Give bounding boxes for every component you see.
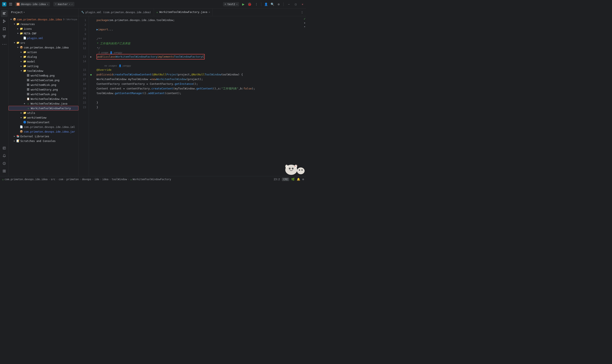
hamburger-menu-button[interactable] [9, 2, 13, 6]
label-jar: com.primeton.devops.ide.idea.jar [24, 130, 75, 133]
import-fold-icon[interactable]: ▶ [96, 27, 98, 32]
run-panel-toggle[interactable] [1, 145, 8, 152]
debug-button[interactable]: 🐞 [247, 2, 252, 6]
gutter-12 [89, 46, 93, 51]
minimize-button[interactable]: — [287, 3, 290, 6]
tree-item-icons[interactable]: ▶ 📁 icons [9, 26, 79, 31]
code-line-22: } [96, 100, 303, 105]
tree-item-jar[interactable]: 📦 com.primeton.devops.ide.idea.jar [9, 129, 79, 134]
tree-item-workitemrisk[interactable]: 🖼 workItemRisk.png [9, 82, 79, 87]
tree-item-factory[interactable]: ☕ WorkitemToolWindowFactory [9, 106, 79, 110]
tree-item-dialog[interactable]: ▶ 📁 dialog [9, 54, 79, 59]
tree-item-scratches[interactable]: ▶ 📝 Scratches and Consoles [9, 139, 79, 143]
settings-button[interactable]: ⚙ [277, 2, 280, 6]
tree-item-root[interactable]: ▼ 📦 com.primeton.devops.ide.idea D:\Work… [9, 17, 79, 22]
notification-status[interactable]: 🔔 [297, 178, 300, 181]
tree-item-workitemwindow[interactable]: ▶ ☕ WorkitemToolWindow.java [9, 101, 79, 106]
git-branch-status[interactable]: 🌿 [291, 178, 295, 181]
tab-bar: 🔧 plugin.xml (com.primeton.devops.ide.id… [79, 9, 306, 16]
arrow-resources: ▼ [13, 23, 16, 25]
token-11-1: * 工作项列表用户工具界面 [96, 41, 130, 46]
tree-item-metainf[interactable]: ▼ 📁 META-INF [9, 31, 79, 36]
maximize-button[interactable]: □ [294, 3, 297, 6]
token-1-1: package [96, 18, 108, 23]
problems-toggle[interactable] [1, 160, 8, 167]
run-button[interactable]: ▶ [242, 2, 244, 6]
bc-idea[interactable]: idea [102, 178, 108, 181]
close-button[interactable]: ✕ [301, 3, 304, 6]
bc-toolwindow[interactable]: toolWindow [112, 178, 127, 181]
more-options-button[interactable]: ⋮ [255, 2, 258, 6]
tab-pluginxml[interactable]: 🔧 plugin.xml (com.primeton.devops.ide.id… [79, 9, 154, 16]
tree-item-toolwindow[interactable]: ▼ 📁 toolWindow [9, 68, 79, 73]
branch-selector[interactable]: ⑂ master ▾ ✓ [53, 2, 74, 6]
tree-item-pluginxml[interactable]: 📄 plugin.xml [9, 36, 79, 40]
panel-title[interactable]: Project [11, 11, 23, 14]
bc-sep-5: › [92, 178, 93, 181]
tree-item-compkg[interactable]: ▼ 📦 com.primeton.devops.ide.idea [9, 45, 79, 50]
code-content[interactable]: package com.primeton.devops.ide.idea.too… [93, 16, 303, 176]
token-20-fn1: getContentManager [115, 91, 143, 96]
gutter-17 [89, 77, 93, 82]
vcs-panel-toggle[interactable] [1, 18, 8, 25]
more-tools-toggle[interactable]: ··· [1, 41, 8, 48]
tab-factory[interactable]: ☕ WorkitemToolWindowFactory.java ✕ [154, 9, 213, 16]
token-16-fn: createToolWindowContent [113, 72, 151, 77]
cursor-position[interactable]: 23:2 [274, 178, 280, 181]
code-line-20: toolWindow. getContentManager (). addCon… [96, 91, 303, 96]
tree-item-model[interactable]: ▶ 📁 model [9, 59, 79, 64]
tree-item-action[interactable]: ▶ 📁 action [9, 50, 79, 54]
token-20-1: toolWindow. [96, 91, 115, 96]
run-config-selector[interactable]: ⊙ test2 ▾ [223, 2, 239, 6]
search-button[interactable]: 🔍 [271, 2, 274, 6]
plugins-toggle[interactable] [1, 168, 8, 174]
tree-item-iml[interactable]: 📄 com.primeton.devops.ide.idea.iml [9, 125, 79, 129]
red-box-line13: public class WorkitemToolWindowFactory i… [96, 54, 205, 60]
gutter-16-marker[interactable]: ● [89, 72, 93, 77]
bc-devops[interactable]: devops [82, 178, 91, 181]
tree-item-utils[interactable]: ▶ 📁 utils [9, 110, 79, 115]
token-3-2: import [98, 27, 108, 32]
tree-item-workitembug[interactable]: 🖼 workItemBug.png [9, 73, 79, 78]
project-selector[interactable]: D devops-ide-idea ▾ [15, 2, 50, 6]
tab-factory-close[interactable]: ✕ [209, 11, 210, 13]
project-panel-toggle[interactable] [1, 10, 8, 17]
notifications-toggle[interactable] [1, 152, 8, 159]
gutter-13-marker[interactable]: ▶ [89, 54, 93, 59]
tree-item-workitemview[interactable]: ▶ 📁 workitemView [9, 115, 79, 120]
tree-item-workitemtask[interactable]: 🖼 workItemTask.png [9, 92, 79, 96]
code-line-19: Content content = contentFactory. create… [96, 86, 303, 91]
tree-item-devopsconstant[interactable]: 🔵 DevopsConstant [9, 120, 79, 125]
token-19-2: (myToolWindow. [173, 86, 196, 91]
bookmarks-panel-toggle[interactable] [1, 26, 8, 32]
code-line-11: * 工作项列表用户工具界面 [96, 41, 303, 46]
tree-item-src[interactable]: ▼ 📁 src [9, 40, 79, 45]
ln-hint1 [79, 51, 87, 54]
bc-src[interactable]: src [51, 178, 55, 181]
code-line-17: WorkitemToolWindow myToolWindow = new Wo… [96, 77, 303, 82]
code-line-21 [96, 96, 303, 100]
icon-devopsconstant: 🔵 [23, 120, 26, 124]
bc-primeton[interactable]: primeton [67, 178, 79, 181]
token-13-3: WorkitemToolWindowFactory [116, 54, 157, 59]
bc-factory[interactable]: WorkitemToolWindowFactory [133, 178, 171, 181]
bc-ide[interactable]: ide [94, 178, 99, 181]
token-16-p1: ( [151, 72, 153, 77]
tree-item-workitemstory[interactable]: 🖼 workItemStory.png [9, 87, 79, 92]
build-status[interactable]: ⚙ [302, 178, 304, 181]
tree-item-resources[interactable]: ▼ 📁 resources [9, 22, 79, 26]
svg-rect-23 [4, 170, 6, 171]
tree-item-workitemform[interactable]: 📋 WorkitemToolWindow.form [9, 96, 79, 101]
svg-rect-0 [3, 12, 6, 13]
encoding-indicator[interactable]: CRE [282, 178, 289, 181]
tree-item-setting[interactable]: ▶ 📁 setting [9, 64, 79, 68]
profile-button[interactable]: 👤 [264, 2, 268, 6]
bc-root[interactable]: com.primeton.devops.ide.idea [4, 178, 47, 181]
bc-com[interactable]: com [59, 178, 63, 181]
tree-item-extlibs[interactable]: ▶ 📚 External Libraries [9, 134, 79, 139]
tab-more-button[interactable]: ⋮ [300, 11, 305, 14]
tree-item-workitemcustom[interactable]: 🖼 workItemCustom.png [9, 78, 79, 82]
file-ok-indicator: ✓ [304, 17, 306, 20]
icon-iml: 📄 [20, 125, 23, 129]
structure-panel-toggle[interactable] [1, 33, 8, 40]
